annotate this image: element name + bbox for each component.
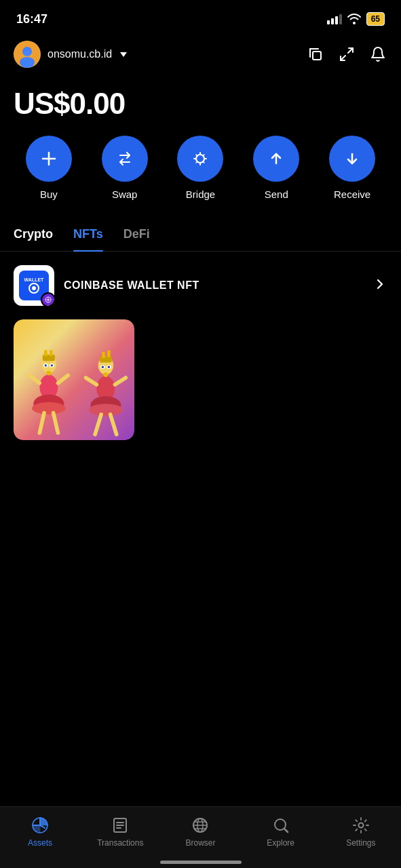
- wifi-icon: [347, 14, 361, 24]
- nft-section: WALLET COINBASE WALLET NFT: [0, 252, 401, 447]
- collection-chevron-icon: [373, 277, 387, 294]
- svg-point-60: [358, 823, 363, 828]
- send-label: Send: [265, 189, 288, 200]
- svg-rect-36: [107, 350, 111, 357]
- nav-settings[interactable]: Settings: [337, 815, 385, 848]
- svg-point-40: [107, 366, 109, 368]
- nav-transactions[interactable]: Transactions: [96, 815, 144, 848]
- bridge-label: Bridge: [186, 189, 215, 200]
- svg-line-47: [110, 414, 116, 434]
- signal-icon: [327, 14, 342, 24]
- balance-amount: US$0.00: [14, 87, 387, 121]
- svg-line-45: [115, 378, 126, 384]
- action-buttons: Buy Swap Bridge Send: [0, 136, 401, 219]
- account-name: onsomu.cb.id: [47, 48, 112, 60]
- nft-grid: [14, 319, 387, 440]
- svg-line-28: [29, 375, 39, 382]
- svg-line-29: [58, 375, 68, 382]
- collection-info: WALLET COINBASE WALLET NFT: [14, 265, 199, 306]
- nft-item[interactable]: [14, 319, 134, 440]
- buy-label: Buy: [40, 189, 58, 200]
- svg-line-59: [284, 829, 288, 832]
- swap-label: Swap: [112, 189, 138, 200]
- svg-rect-4: [313, 52, 321, 60]
- svg-line-5: [348, 48, 353, 53]
- assets-label: Assets: [28, 838, 52, 848]
- notification-icon[interactable]: [368, 45, 387, 64]
- home-indicator: [160, 861, 242, 864]
- receive-label: Receive: [334, 189, 370, 200]
- svg-point-23: [44, 364, 46, 366]
- svg-rect-19: [44, 350, 47, 356]
- svg-point-3: [14, 41, 41, 68]
- buy-button[interactable]: Buy: [26, 136, 72, 200]
- expand-icon[interactable]: [337, 45, 356, 64]
- transactions-label: Transactions: [97, 838, 143, 848]
- tab-crypto[interactable]: Crypto: [14, 219, 53, 251]
- transactions-icon: [110, 815, 130, 835]
- chevron-down-icon: [120, 52, 127, 57]
- collection-name: COINBASE WALLET NFT: [64, 279, 199, 292]
- status-bar: 16:47 65: [0, 0, 401, 34]
- svg-line-44: [85, 378, 96, 384]
- header-actions: [306, 45, 387, 64]
- tab-nfts[interactable]: NFTs: [73, 219, 103, 251]
- svg-line-46: [95, 414, 101, 434]
- nav-explore[interactable]: Explore: [257, 815, 305, 848]
- swap-icon-circle: [102, 136, 148, 182]
- status-time: 16:47: [16, 12, 47, 26]
- svg-rect-34: [100, 356, 112, 362]
- svg-point-39: [101, 366, 103, 368]
- balance-section: US$0.00: [0, 75, 401, 136]
- browser-icon: [190, 815, 210, 835]
- svg-point-48: [103, 372, 108, 377]
- bridge-button[interactable]: Bridge: [177, 136, 223, 200]
- svg-line-30: [39, 413, 44, 433]
- receive-icon-circle: [329, 136, 375, 182]
- send-button[interactable]: Send: [253, 136, 299, 200]
- assets-icon: [30, 815, 50, 835]
- tab-defi[interactable]: DeFi: [123, 219, 150, 251]
- svg-point-24: [51, 364, 53, 366]
- explore-icon: [271, 815, 291, 835]
- status-icons: 65: [327, 12, 385, 26]
- svg-point-43: [89, 403, 123, 416]
- svg-rect-35: [102, 351, 105, 357]
- copy-icon[interactable]: [306, 45, 325, 64]
- nav-assets[interactable]: Assets: [16, 815, 64, 848]
- send-icon-circle: [253, 136, 299, 182]
- svg-line-6: [341, 56, 345, 60]
- svg-rect-20: [50, 350, 53, 356]
- asset-tabs: Crypto NFTs DeFi: [0, 219, 401, 252]
- svg-text:WALLET: WALLET: [24, 277, 44, 282]
- account-selector[interactable]: onsomu.cb.id: [14, 41, 127, 68]
- nav-browser[interactable]: Browser: [176, 815, 224, 848]
- bridge-icon-circle: [177, 136, 223, 182]
- explore-label: Explore: [267, 838, 294, 848]
- browser-label: Browser: [185, 838, 215, 848]
- avatar: [14, 41, 41, 68]
- swap-button[interactable]: Swap: [102, 136, 148, 200]
- svg-line-31: [53, 413, 58, 433]
- svg-point-27: [32, 402, 66, 414]
- svg-point-32: [46, 371, 51, 376]
- receive-button[interactable]: Receive: [329, 136, 375, 200]
- settings-icon: [351, 815, 371, 835]
- bottom-nav: Assets Transactions Browser: [0, 806, 401, 868]
- header: onsomu.cb.id: [0, 34, 401, 75]
- battery-indicator: 65: [366, 12, 385, 26]
- svg-point-15: [32, 286, 36, 290]
- collection-icon: WALLET: [14, 265, 54, 306]
- chain-badge: [41, 292, 54, 306]
- buy-icon-circle: [26, 136, 72, 182]
- settings-label: Settings: [346, 838, 375, 848]
- nft-collection-header[interactable]: WALLET COINBASE WALLET NFT: [14, 265, 387, 306]
